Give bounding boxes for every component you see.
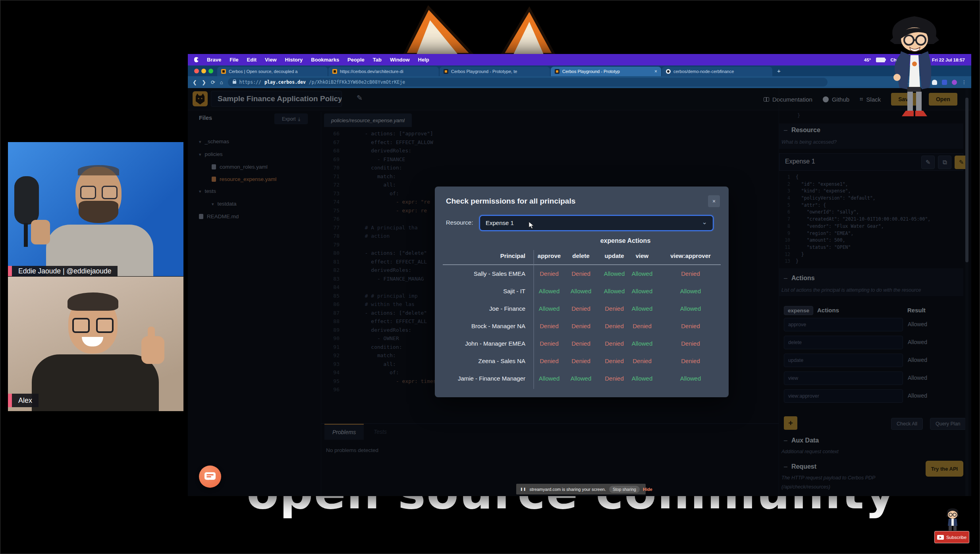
permission-cell: Denied: [562, 270, 600, 277]
github-favicon: [666, 69, 671, 74]
permission-cell: Denied: [623, 323, 661, 329]
menu-item[interactable]: Window: [390, 57, 410, 63]
minimize-window-button[interactable]: [201, 69, 206, 73]
person-hand: [31, 220, 50, 244]
chevron-down-icon: [702, 218, 707, 226]
permission-cell: Allowed: [623, 375, 661, 382]
table-row: Brock - Manager NA Denied Denied Denied …: [435, 318, 729, 335]
permission-cell: Allowed: [667, 288, 714, 294]
close-icon[interactable]: ×: [708, 195, 720, 207]
browser-tab-active[interactable]: Cerbos Playground - Prototyp ×: [551, 67, 661, 76]
menu-item[interactable]: Brave: [207, 57, 221, 63]
permission-cell: Denied: [667, 358, 714, 364]
name-lower-third: Alex: [8, 394, 39, 407]
principal-name: Zeena - Sales NA: [435, 358, 525, 364]
menu-item[interactable]: History: [285, 57, 303, 63]
menu-item[interactable]: File: [230, 57, 238, 63]
table-row: Sally - Sales EMEA Denied Denied Allowed…: [435, 265, 729, 283]
new-tab-button[interactable]: +: [777, 67, 781, 74]
tab-close-icon[interactable]: ×: [654, 69, 657, 74]
browser-tab[interactable]: cerbos/demo-node-cerbfinance: [662, 67, 772, 76]
chat-bubble-icon: [204, 472, 216, 480]
menu-item[interactable]: View: [265, 57, 276, 63]
permission-cell: Denied: [667, 323, 714, 329]
url-path: /p/XhkOiB2fFKk3YW60e2cB08YvmOtrKEje: [309, 79, 405, 85]
principal-name: Joe - Finance: [435, 305, 525, 312]
menu-item[interactable]: Bookmarks: [311, 57, 339, 63]
url-host: play.cerbos.dev: [264, 79, 306, 85]
pause-icon: [520, 487, 526, 491]
person-beard: [79, 201, 118, 223]
principal-name: Jamie - Finance Manager: [435, 375, 525, 382]
browser-window: BraveFileEditViewHistoryBookmarksPeopleT…: [188, 54, 971, 496]
resource-select-value: Expense 1: [486, 219, 514, 226]
close-window-button[interactable]: [194, 69, 199, 73]
lock-icon: [233, 81, 236, 84]
macos-menu-bar: BraveFileEditViewHistoryBookmarksPeopleT…: [188, 54, 971, 65]
browser-tab-strip: Cerbos | Open source, decoupled a https:…: [188, 65, 971, 76]
menu-item[interactable]: Help: [418, 57, 429, 63]
streamyard-share-bar: streamyard.com is sharing your screen. S…: [516, 484, 646, 494]
browser-menu-icon[interactable]: [962, 79, 966, 85]
table-row: Zeena - Sales NA Denied Denied Denied De…: [435, 353, 729, 370]
menu-item[interactable]: Tab: [373, 57, 382, 63]
table-header-divider: [443, 264, 721, 265]
browser-tab[interactable]: Cerbos Playground - Prototype, te: [440, 67, 550, 76]
thumbs-up-hand: [141, 336, 164, 364]
subscribe-button[interactable]: Subscribe: [934, 531, 969, 543]
column-header: delete: [562, 252, 600, 259]
check-permissions-modal: Check permissions for all principals × R…: [435, 187, 729, 397]
permission-cell: Allowed: [667, 375, 714, 382]
weather-temp: 45°: [864, 58, 871, 62]
column-header: view: [623, 252, 661, 259]
glasses-icon: [72, 318, 90, 333]
glasses-icon: [96, 318, 114, 333]
browser-url-bar: https://play.cerbos.dev/p/XhkOiB2fFKk3YW…: [188, 76, 971, 88]
menu-item[interactable]: People: [347, 57, 365, 63]
table-row: Joe - Finance Allowed Denied Denied Allo…: [435, 300, 729, 318]
modal-title: Check permissions for all principals: [446, 197, 575, 206]
table-row: John - Manager EMEA Denied Denied Denied…: [435, 335, 729, 353]
chat-widget-button[interactable]: [199, 466, 221, 488]
playground-favicon: [444, 69, 448, 74]
forward-icon[interactable]: [202, 79, 206, 85]
label-accent-bar: [8, 394, 12, 407]
person-hair: [78, 165, 119, 175]
hide-button[interactable]: Hide: [643, 487, 652, 492]
permission-cell: Denied: [667, 340, 714, 347]
microphone-graphic: [14, 176, 39, 225]
permission-cell: Allowed: [623, 270, 661, 277]
apple-icon[interactable]: [194, 57, 199, 62]
stop-sharing-button[interactable]: Stop sharing: [609, 486, 640, 493]
permission-cell: Allowed: [623, 340, 661, 347]
principal-name: John - Manager EMEA: [435, 340, 525, 347]
playground-favicon: [555, 69, 559, 74]
actions-group-header: expense Actions: [534, 237, 717, 244]
browser-tab[interactable]: https://cerbos.dev/architecture-di: [328, 67, 439, 76]
resource-select[interactable]: Expense 1: [479, 215, 714, 231]
permissions-table: Sally - Sales EMEA Denied Denied Allowed…: [435, 265, 729, 388]
permission-cell: Denied: [562, 358, 600, 364]
extension-rewards-icon[interactable]: [952, 80, 957, 85]
webcam-alex: Alex: [8, 277, 183, 411]
reload-icon[interactable]: [211, 79, 215, 85]
url-field[interactable]: https://play.cerbos.dev/p/XhkOiB2fFKk3YW…: [228, 78, 828, 87]
glasses-icon: [80, 186, 96, 199]
stream-stage: open source community BraveFileEditViewH…: [0, 0, 980, 554]
permission-cell: Allowed: [623, 305, 661, 312]
back-icon[interactable]: [193, 79, 197, 85]
pixel-character-graphic: [942, 508, 963, 532]
fox-ears-graphic: [398, 3, 558, 54]
menu-item[interactable]: Edit: [247, 57, 257, 63]
permission-cell: Allowed: [562, 288, 600, 294]
browser-tab[interactable]: Cerbos | Open source, decoupled a: [217, 67, 328, 76]
permission-cell: Allowed: [562, 375, 600, 382]
eddie-name-label: Eddie Jaoude | @eddiejaoude: [12, 267, 118, 275]
glasses-icon: [102, 186, 118, 199]
cerbos-favicon: [332, 69, 337, 74]
column-header: view:approver: [667, 252, 714, 259]
permission-cell: Allowed: [623, 288, 661, 294]
principal-name: Sajit - IT: [435, 288, 525, 294]
home-icon[interactable]: [220, 79, 223, 85]
zoom-window-button[interactable]: [208, 69, 213, 73]
